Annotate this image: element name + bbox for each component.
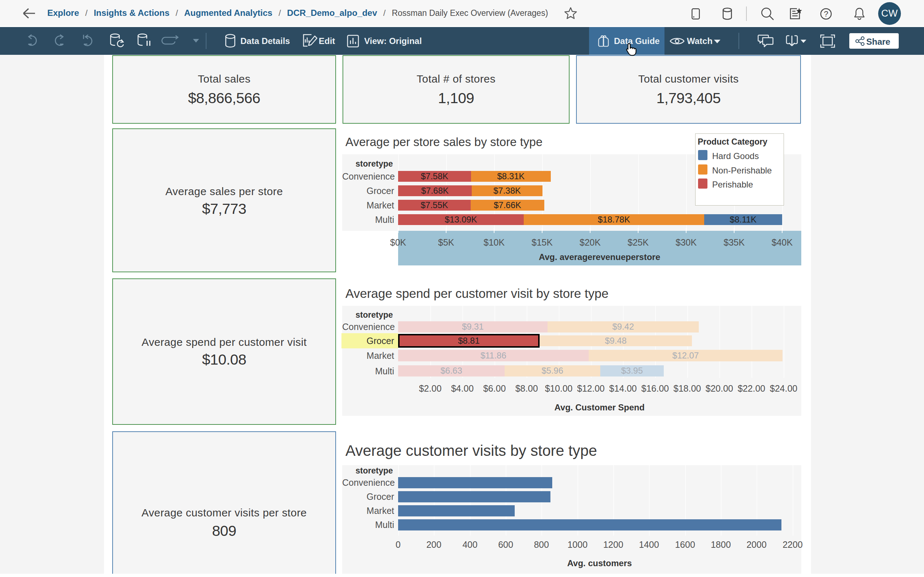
- svg-text:?: ?: [824, 10, 828, 18]
